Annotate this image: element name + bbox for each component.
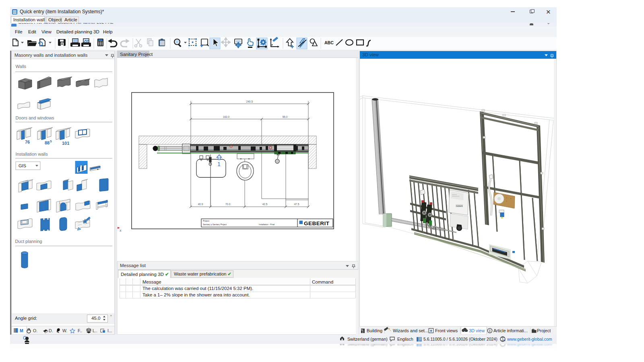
svg-text:Project: Project — [537, 328, 551, 333]
svg-text:Englisch: Englisch — [397, 344, 413, 346]
svg-text:M: M — [20, 328, 23, 333]
svg-text:3D view: 3D view — [469, 328, 485, 333]
svg-text:O.: O. — [33, 328, 37, 333]
svg-text:Installation walls: Installation walls — [16, 152, 48, 156]
svg-text:Building: Building — [367, 328, 382, 333]
svg-text:Walls: Walls — [16, 64, 27, 69]
svg-text:www.geberit-global.com: www.geberit-global.com — [507, 344, 552, 346]
svg-text:Sanitary p.Sanitary Project: Sanitary p.Sanitary Project — [203, 223, 227, 226]
svg-text:x: x — [120, 228, 122, 232]
svg-text:I...: I... — [107, 328, 112, 333]
svg-text:ABC: ABC — [324, 40, 334, 45]
svg-text:240.5: 240.5 — [246, 100, 253, 103]
svg-text:L..: L.. — [93, 328, 97, 333]
svg-text:Doors and windows: Doors and windows — [16, 115, 54, 120]
svg-text:1: 1 — [217, 161, 221, 167]
svg-text:W.: W. — [62, 328, 67, 333]
svg-text:Front views: Front views — [435, 328, 458, 333]
svg-text:5: 5 — [50, 140, 52, 143]
svg-text:163.0: 163.0 — [223, 115, 230, 118]
svg-text:Englisch: Englisch — [397, 337, 413, 341]
svg-text:Wizards and set...: Wizards and set... — [393, 328, 428, 333]
svg-text:Duct planning: Duct planning — [15, 239, 42, 244]
svg-text:88: 88 — [45, 140, 50, 145]
svg-text:GEBERIT: GEBERIT — [304, 220, 330, 226]
svg-text:Installation - Final: Installation - Final — [259, 223, 275, 226]
svg-text:D.: D. — [49, 328, 53, 333]
svg-text:Project:: Project: — [203, 220, 210, 222]
svg-text:F..: F.. — [78, 328, 82, 333]
svg-text:Article informati...: Article informati... — [493, 328, 528, 333]
svg-text:47.5: 47.5 — [294, 203, 299, 206]
svg-text:70.0: 70.0 — [225, 203, 231, 206]
svg-text:Switzerland (german): Switzerland (german) — [347, 344, 388, 346]
svg-text:Switzerland (german): Switzerland (german) — [347, 337, 388, 341]
svg-text:42.5: 42.5 — [262, 203, 268, 206]
svg-text:76: 76 — [25, 140, 30, 144]
svg-text:55.0: 55.0 — [283, 115, 288, 118]
svg-text:5.6.11005.0 / 5.6.10026 (Oktob: 5.6.11005.0 / 5.6.10026 (Oktober 2024) — [423, 337, 497, 341]
svg-text:40.9: 40.9 — [198, 203, 203, 206]
svg-text:Geberit: Geberit — [456, 205, 463, 207]
svg-text:www.geberit-global.com: www.geberit-global.com — [507, 337, 552, 341]
svg-text:101: 101 — [62, 141, 69, 146]
svg-text:GIS: GIS — [19, 163, 26, 168]
svg-text:5.6.11005.0 / 5.6.10026 (Oktob: 5.6.11005.0 / 5.6.10026 (Oktober 2024) — [423, 344, 497, 346]
